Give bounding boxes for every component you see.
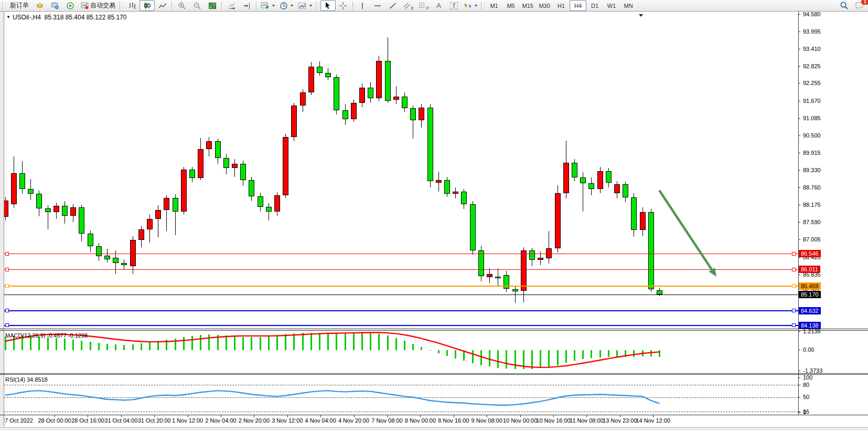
timeframe-MN[interactable]: MN: [620, 0, 637, 11]
macd-signal-line: [4, 331, 798, 373]
main-toolbar: 新订单 自动交易: [0, 0, 868, 12]
rsi-line: [4, 375, 798, 415]
time-axis-label: 7 Nov 08:00: [368, 417, 406, 424]
symbol-dropdown-icon[interactable]: ▼: [6, 15, 10, 19]
time-axis-label: 1 Nov 12:00: [169, 417, 207, 424]
line-chart-type-icon[interactable]: [155, 0, 170, 11]
bar-chart-type-icon[interactable]: [124, 0, 140, 11]
zoom-out-icon[interactable]: [189, 0, 205, 11]
chart-shift-icon[interactable]: [239, 0, 254, 11]
macd-label: MACD(12,26,9) -0.4577 -0.1298: [5, 332, 88, 339]
period-clock-icon[interactable]: ▼: [277, 0, 296, 11]
notification-badge: 1: [861, 0, 868, 5]
trend-arrow-annotation[interactable]: [0, 12, 868, 329]
macd-axis-label: -1.3733: [803, 367, 822, 374]
timeframe-H4[interactable]: H4: [570, 0, 586, 11]
time-axis-label: 3 Nov 12:00: [269, 417, 306, 424]
time-axis-label: 28 Oct 16:00: [69, 417, 106, 424]
metatrader-window: 新订单 自动交易: [0, 0, 868, 431]
channel-letter: E: [411, 6, 414, 10]
rsi-axis-label: 100: [803, 374, 812, 381]
signal-icon[interactable]: [62, 0, 78, 11]
auto-trading-icon: [81, 2, 89, 9]
time-axis-label: 11 Nov 08:00: [567, 417, 605, 424]
macd-axis-label: 0.00: [803, 346, 814, 353]
auto-scroll-icon[interactable]: [224, 0, 239, 11]
time-axis-label: 28 Oct 00:00: [36, 417, 73, 424]
notifications-icon[interactable]: 1: [852, 0, 867, 11]
rsi-axis-label: 50: [803, 394, 809, 400]
text-tool-icon[interactable]: A: [431, 0, 446, 11]
crosshair-tool-icon[interactable]: [336, 0, 351, 11]
rsi-label: RSI(14) 34.8518: [5, 376, 48, 383]
chart-title: ▼USOil-,H4 85.318 85.404 85.122 85.170: [6, 14, 126, 21]
toolbar-grip[interactable]: [120, 2, 123, 9]
time-axis-label: 10 Nov 16:00: [534, 417, 572, 424]
add-indicator-icon[interactable]: ▼: [259, 0, 277, 11]
time-axis-label: 14 Nov 12:00: [634, 417, 672, 424]
tile-windows-icon[interactable]: [205, 0, 220, 11]
new-order-button[interactable]: 新订单: [7, 0, 32, 11]
chevron-down-icon: ▼: [290, 4, 294, 7]
trendline-tool-icon[interactable]: [385, 0, 401, 11]
timeframe-M1[interactable]: M1: [486, 0, 502, 11]
timeframe-W1[interactable]: W1: [603, 0, 620, 11]
time-axis-label: 4 Nov 04:00: [302, 417, 339, 424]
fibonacci-tool-icon[interactable]: F: [416, 0, 431, 11]
equidistant-channel-tool-icon[interactable]: E: [401, 0, 416, 11]
horizontal-line-tool-icon[interactable]: [370, 0, 385, 11]
rsi-axis-label: 0: [803, 409, 806, 415]
chevron-down-icon: ▼: [272, 4, 275, 7]
chevron-down-icon: ▼: [474, 4, 478, 7]
market-watch-icon[interactable]: [47, 0, 62, 11]
time-axis-label: 8 Nov 16:00: [435, 417, 473, 424]
time-axis-label: 13 Nov 23:00: [601, 417, 639, 424]
time-axis-label: 31 Oct 20:00: [135, 417, 173, 424]
rsi-axis-label: 80: [803, 382, 809, 388]
chart-ohlc-readout: 85.318 85.404 85.122 85.170: [45, 14, 127, 21]
auto-trading-button[interactable]: 自动交易: [78, 0, 119, 11]
time-axis-label: 27 Oct 2022: [2, 417, 33, 424]
chart-symbol-period: USOil-,H4: [13, 14, 41, 21]
timeframe-M30[interactable]: M30: [536, 0, 553, 11]
window-bottom-strip: [0, 427, 868, 431]
zoom-in-icon[interactable]: [174, 0, 189, 11]
timeframe-M15[interactable]: M15: [519, 0, 536, 11]
time-axis-label: 2 Nov 04:00: [202, 417, 240, 424]
timeframe-M5[interactable]: M5: [502, 0, 519, 11]
search-icon[interactable]: [837, 0, 852, 11]
toolbar-grip[interactable]: [316, 2, 319, 9]
fibo-letter: F: [426, 6, 429, 10]
chevron-down-icon: ▼: [309, 4, 313, 7]
timeframe-H1[interactable]: H1: [553, 0, 570, 11]
toolbar-grip[interactable]: [481, 2, 485, 9]
time-axis-label: 9 Nov 08:00: [468, 417, 506, 424]
time-axis-label: 10 Nov 00:00: [501, 417, 539, 424]
vertical-line-tool-icon[interactable]: [355, 0, 370, 11]
time-axis-label: 4 Nov 20:00: [335, 417, 373, 424]
time-axis-label: 2 Nov 20:00: [235, 417, 273, 424]
cursor-tool-icon[interactable]: [320, 0, 336, 11]
layers-icon[interactable]: [32, 0, 47, 11]
time-axis-label: 8 Nov 00:00: [401, 417, 439, 424]
toolbar-grip[interactable]: [2, 2, 6, 9]
timeframe-D1[interactable]: D1: [586, 0, 603, 11]
text-label-tool-icon[interactable]: T: [446, 0, 462, 11]
time-axis-label: 31 Oct 04:00: [102, 417, 140, 424]
arrows-objects-icon[interactable]: ▼: [462, 0, 480, 11]
timeframe-toolbar: M1M5M15M30H1H4D1W1MN: [486, 0, 637, 12]
template-icon[interactable]: ▼: [296, 0, 315, 11]
candlestick-chart-type-icon[interactable]: [140, 0, 155, 11]
